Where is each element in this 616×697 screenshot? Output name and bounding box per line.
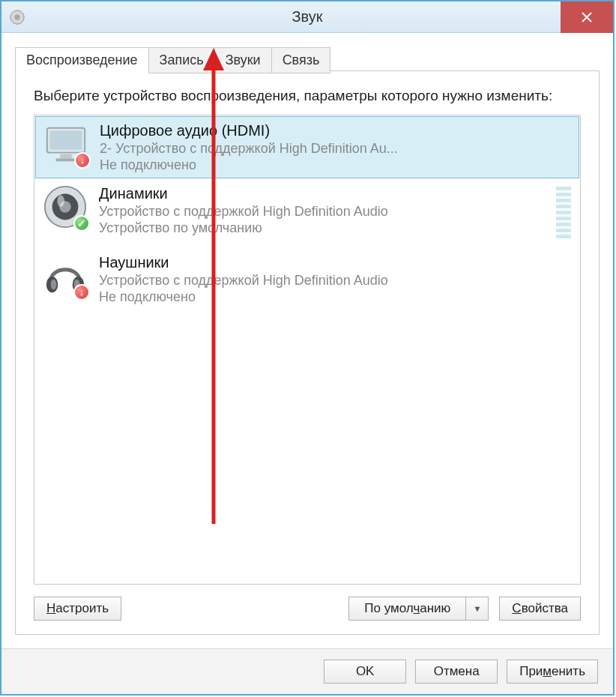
- monitor-icon: [43, 121, 89, 167]
- status-badge-disconnected-icon: [73, 284, 90, 301]
- tab-sounds[interactable]: Звуки: [214, 47, 272, 73]
- speaker-icon: [42, 184, 88, 230]
- tab-panel: Воспроизведение Запись Звуки Связь Выбер…: [15, 70, 600, 635]
- apply-button[interactable]: Применить: [507, 660, 598, 684]
- properties-button[interactable]: Свойства: [499, 597, 581, 621]
- set-default-button[interactable]: По умолчанию ▼: [348, 597, 489, 621]
- tab-recording[interactable]: Запись: [148, 47, 215, 73]
- device-item-speakers[interactable]: Динамики Устройство с поддержкой High De…: [34, 179, 580, 248]
- tab-row: Воспроизведение Запись Звуки Связь: [15, 47, 330, 73]
- svg-point-14: [51, 279, 57, 289]
- svg-rect-5: [50, 130, 82, 149]
- dialog-footer: OK Отмена Применить: [1, 648, 613, 694]
- device-item-hdmi[interactable]: Цифровое аудио (HDMI) 2- Устройство с по…: [35, 116, 579, 178]
- device-list[interactable]: Цифровое аудио (HDMI) 2- Устройство с по…: [34, 115, 581, 585]
- instruction-text: Выберите устройство воспроизведения, пар…: [34, 86, 581, 106]
- svg-point-11: [57, 195, 64, 207]
- tab-communications[interactable]: Связь: [271, 47, 331, 73]
- device-name: Цифровое аудио (HDMI): [100, 122, 573, 139]
- dropdown-arrow-icon[interactable]: ▼: [465, 597, 488, 620]
- device-status: Устройство по умолчанию: [99, 220, 550, 237]
- content-area: Воспроизведение Запись Звуки Связь Выбер…: [1, 33, 613, 648]
- device-name: Наушники: [99, 254, 574, 271]
- sound-app-icon: [9, 9, 25, 25]
- svg-point-1: [14, 14, 19, 19]
- status-badge-disconnected-icon: [74, 152, 91, 169]
- status-badge-default-icon: [73, 215, 90, 232]
- svg-rect-6: [60, 154, 72, 158]
- device-desc: Устройство с поддержкой High Definition …: [99, 272, 574, 289]
- tab-playback[interactable]: Воспроизведение: [15, 47, 149, 73]
- panel-button-row: Настроить По умолчанию ▼ Свойства: [34, 597, 581, 621]
- sound-dialog: Звук Воспроизведение Запись Звуки Связь …: [0, 0, 615, 696]
- device-name: Динамики: [99, 185, 550, 202]
- configure-button[interactable]: Настроить: [34, 597, 121, 621]
- window-title: Звук: [1, 8, 613, 25]
- headphones-icon: [42, 253, 88, 299]
- volume-meter: [556, 187, 571, 241]
- device-desc: Устройство с поддержкой High Definition …: [99, 203, 550, 220]
- close-button[interactable]: [561, 1, 613, 33]
- device-status: Не подключено: [99, 289, 574, 306]
- ok-button[interactable]: OK: [324, 660, 406, 684]
- device-status: Не подключено: [100, 157, 573, 174]
- svg-rect-7: [55, 158, 76, 161]
- cancel-button[interactable]: Отмена: [415, 660, 498, 684]
- titlebar: Звук: [1, 1, 613, 33]
- device-item-headphones[interactable]: Наушники Устройство с поддержкой High De…: [34, 248, 580, 310]
- device-desc: 2- Устройство с поддержкой High Definiti…: [100, 140, 573, 157]
